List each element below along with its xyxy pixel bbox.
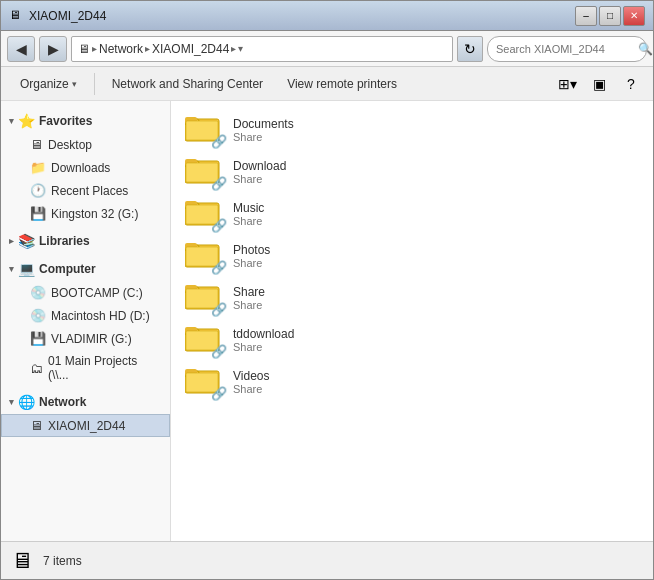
sidebar-section-network: ▾ 🌐 Network 🖥 XIAOMI_2D44 [1, 390, 170, 437]
window-title: XIAOMI_2D44 [29, 9, 106, 23]
organize-button[interactable]: Organize ▾ [9, 71, 88, 97]
share-badge: 🔗 [211, 218, 227, 233]
file-type: Share [233, 131, 294, 143]
recent-label: Recent Places [51, 184, 128, 198]
pane-button[interactable]: ▣ [585, 71, 613, 97]
folder-icon-wrap: 🔗 [185, 365, 225, 399]
path-segment-network: Network [99, 42, 143, 56]
toolbar-right: ⊞ ▾ ▣ ? [553, 71, 645, 97]
xiaomi-label: XIAOMI_2D44 [48, 419, 125, 433]
refresh-button[interactable]: ↻ [457, 36, 483, 62]
macintosh-icon: 💿 [30, 308, 46, 323]
network-label: Network [39, 395, 86, 409]
address-bar: ◀ ▶ 🖥 ▸ Network ▸ XIAOMI_2D44 ▸ ▾ ↻ 🔍 [1, 31, 653, 67]
vladimir-icon: 💾 [30, 331, 46, 346]
remote-printers-button[interactable]: View remote printers [276, 71, 408, 97]
sidebar-item-xiaomi[interactable]: 🖥 XIAOMI_2D44 [1, 414, 170, 437]
title-controls: – □ ✕ [575, 6, 645, 26]
sidebar-header-computer[interactable]: ▾ 💻 Computer [1, 257, 170, 281]
share-badge: 🔗 [211, 386, 227, 401]
xiaomi-icon: 🖥 [30, 418, 43, 433]
search-icon: 🔍 [638, 42, 653, 56]
file-info: Music Share [233, 201, 264, 227]
desktop-icon: 🖥 [30, 137, 43, 152]
file-name: Videos [233, 369, 269, 383]
toolbar-separator-1 [94, 73, 95, 95]
search-input[interactable] [496, 43, 634, 55]
favorites-arrow: ▾ [9, 116, 14, 126]
toolbar: Organize ▾ Network and Sharing Center Vi… [1, 67, 653, 101]
sidebar: ▾ ⭐ Favorites 🖥 Desktop 📁 Downloads 🕐 Re… [1, 101, 171, 541]
sidebar-item-bootcamp[interactable]: 💿 BOOTCAMP (C:) [1, 281, 170, 304]
file-info: Photos Share [233, 243, 270, 269]
file-item-tddownload[interactable]: 🔗 tddownload Share [179, 319, 645, 361]
sidebar-item-vladimir[interactable]: 💾 VLADIMIR (G:) [1, 327, 170, 350]
sidebar-item-macintosh[interactable]: 💿 Macintosh HD (D:) [1, 304, 170, 327]
file-list: 🔗 Documents Share 🔗 Download Share [171, 101, 653, 541]
path-dropdown-btn[interactable]: ▾ [238, 43, 243, 54]
file-item-download[interactable]: 🔗 Download Share [179, 151, 645, 193]
sidebar-item-desktop[interactable]: 🖥 Desktop [1, 133, 170, 156]
file-info: Download Share [233, 159, 286, 185]
desktop-label: Desktop [48, 138, 92, 152]
view-options-button[interactable]: ⊞ ▾ [553, 71, 581, 97]
downloads-icon: 📁 [30, 160, 46, 175]
sharing-center-button[interactable]: Network and Sharing Center [101, 71, 274, 97]
file-item-videos[interactable]: 🔗 Videos Share [179, 361, 645, 403]
minimize-button[interactable]: – [575, 6, 597, 26]
help-icon: ? [627, 76, 635, 92]
back-button[interactable]: ◀ [7, 36, 35, 62]
bootcamp-icon: 💿 [30, 285, 46, 300]
sidebar-header-favorites[interactable]: ▾ ⭐ Favorites [1, 109, 170, 133]
file-type: Share [233, 341, 294, 353]
organize-caret: ▾ [72, 79, 77, 89]
help-button[interactable]: ? [617, 71, 645, 97]
view-icon: ⊞ [558, 76, 570, 92]
folder-icon-wrap: 🔗 [185, 281, 225, 315]
libraries-arrow: ▸ [9, 236, 14, 246]
path-segment-device: XIAOMI_2D44 [152, 42, 229, 56]
file-item-documents[interactable]: 🔗 Documents Share [179, 109, 645, 151]
forward-button[interactable]: ▶ [39, 36, 67, 62]
file-info: Share Share [233, 285, 265, 311]
address-path[interactable]: 🖥 ▸ Network ▸ XIAOMI_2D44 ▸ ▾ [71, 36, 453, 62]
file-name: Share [233, 285, 265, 299]
file-item-share[interactable]: 🔗 Share Share [179, 277, 645, 319]
network-arrow: ▾ [9, 397, 14, 407]
view-dropdown-icon: ▾ [570, 76, 577, 92]
favorites-icon: ⭐ [18, 113, 35, 129]
folder-icon-wrap: 🔗 [185, 197, 225, 231]
maximize-button[interactable]: □ [599, 6, 621, 26]
sidebar-header-libraries[interactable]: ▸ 📚 Libraries [1, 229, 170, 253]
sidebar-item-projects[interactable]: 🗂 01 Main Projects (\\... [1, 350, 170, 386]
libraries-icon: 📚 [18, 233, 35, 249]
recent-icon: 🕐 [30, 183, 46, 198]
file-item-music[interactable]: 🔗 Music Share [179, 193, 645, 235]
file-item-photos[interactable]: 🔗 Photos Share [179, 235, 645, 277]
close-button[interactable]: ✕ [623, 6, 645, 26]
file-type: Share [233, 173, 286, 185]
sidebar-item-kingston[interactable]: 💾 Kingston 32 (G:) [1, 202, 170, 225]
folder-icon-wrap: 🔗 [185, 323, 225, 357]
sidebar-section-computer: ▾ 💻 Computer 💿 BOOTCAMP (C:) 💿 Macintosh… [1, 257, 170, 386]
file-name: tddownload [233, 327, 294, 341]
bootcamp-label: BOOTCAMP (C:) [51, 286, 143, 300]
projects-label: 01 Main Projects (\\... [48, 354, 161, 382]
computer-label: Computer [39, 262, 96, 276]
file-type: Share [233, 383, 269, 395]
pane-icon: ▣ [593, 76, 606, 92]
file-info: Videos Share [233, 369, 269, 395]
path-sep3: ▸ [231, 43, 236, 54]
libraries-label: Libraries [39, 234, 90, 248]
title-bar: 🖥 XIAOMI_2D44 – □ ✕ [1, 1, 653, 31]
path-sep1: ▸ [92, 43, 97, 54]
kingston-label: Kingston 32 (G:) [51, 207, 138, 221]
status-text: 7 items [43, 554, 82, 568]
main-area: ▾ ⭐ Favorites 🖥 Desktop 📁 Downloads 🕐 Re… [1, 101, 653, 541]
sidebar-section-favorites: ▾ ⭐ Favorites 🖥 Desktop 📁 Downloads 🕐 Re… [1, 109, 170, 225]
file-name: Music [233, 201, 264, 215]
sidebar-item-downloads[interactable]: 📁 Downloads [1, 156, 170, 179]
share-badge: 🔗 [211, 344, 227, 359]
sidebar-item-recent[interactable]: 🕐 Recent Places [1, 179, 170, 202]
sidebar-header-network[interactable]: ▾ 🌐 Network [1, 390, 170, 414]
